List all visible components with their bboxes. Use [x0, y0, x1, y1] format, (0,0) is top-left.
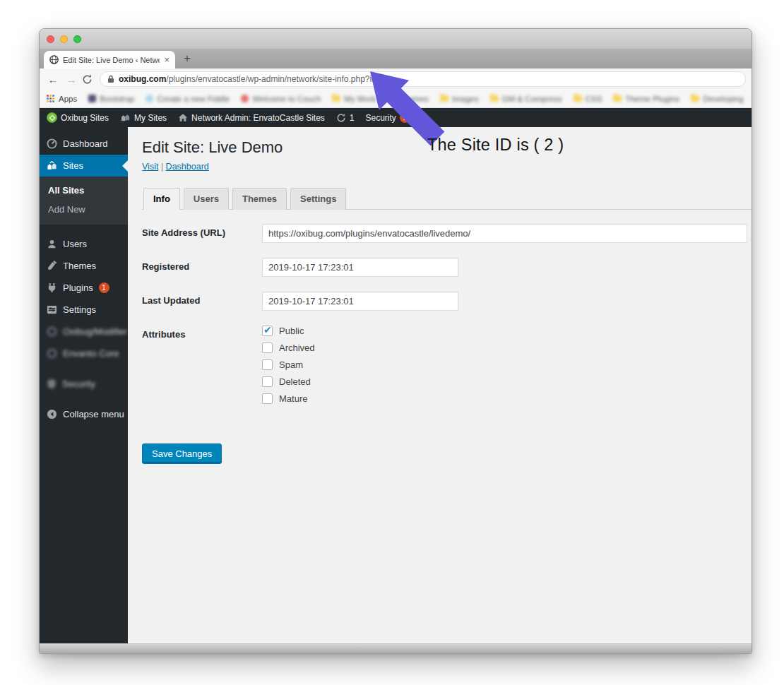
tab-themes[interactable]: Themes — [232, 188, 287, 210]
sidebar-item-users[interactable]: Users — [40, 233, 128, 255]
bookmark-icon — [88, 95, 96, 102]
site-tabs: Info Users Themes Settings — [142, 187, 752, 210]
plugins-badge: 1 — [99, 282, 109, 293]
mature-checkbox[interactable] — [262, 393, 273, 404]
site-address-label: Site Address (URL) — [142, 224, 262, 238]
attribute-option: Deleted — [262, 376, 315, 387]
deleted-checkbox[interactable] — [262, 376, 273, 387]
bookmark-item[interactable]: Developing — [691, 95, 744, 103]
url-host: oxibug.com — [119, 74, 166, 84]
site-info-form: Site Address (URL) Registered Last Updat… — [142, 224, 752, 464]
folder-icon — [691, 95, 699, 102]
site-address-input[interactable] — [262, 224, 747, 243]
title-links: Visit | Dashboard — [142, 162, 752, 172]
sidebar-item-blurred-security[interactable]: Security — [40, 373, 128, 395]
bookmark-item[interactable]: Create a new Fiddle — [145, 95, 230, 103]
admin-bar-updates[interactable]: 1 — [336, 113, 355, 123]
spam-checkbox[interactable] — [262, 359, 273, 370]
sites-icon — [47, 161, 57, 170]
sites-submenu: All Sites Add New — [40, 177, 128, 225]
tab-close-icon[interactable]: × — [164, 54, 170, 65]
sidebar-item-dashboard[interactable]: Dashboard — [40, 133, 128, 155]
sidebar-item-plugins[interactable]: Plugins 1 — [40, 277, 128, 299]
url-path: /plugins/envatocastle/wp-admin/network/s… — [166, 74, 386, 84]
admin-bar-network-admin[interactable]: Network Admin: EnvatoCastle Sites — [178, 113, 325, 123]
bookmark-icon — [241, 95, 249, 102]
bookmark-item[interactable]: CSS — [574, 95, 602, 103]
last-updated-input[interactable] — [262, 292, 458, 311]
attribute-option: Mature — [262, 393, 315, 404]
visit-link[interactable]: Visit — [142, 162, 158, 172]
attribute-option: Spam — [262, 359, 315, 370]
sidebar-item-collapse-menu[interactable]: Collapse menu — [40, 403, 128, 425]
edit-site-page: Edit Site: Live Demo Visit | Dashboard I… — [128, 127, 752, 643]
archived-checkbox[interactable] — [262, 342, 273, 353]
public-checkbox[interactable] — [262, 326, 273, 336]
tab-strip: Edit Site: Live Demo ‹ Network A × + — [40, 49, 752, 68]
my-sites-icon — [120, 113, 131, 122]
tab-users[interactable]: Users — [184, 188, 229, 210]
attribute-option: Public — [262, 326, 315, 336]
tab-info[interactable]: Info — [143, 188, 180, 210]
bookmark-item[interactable]: Welcome to Couch — [241, 95, 321, 103]
sidebar-item-blurred-2[interactable]: Envanto Core — [40, 342, 128, 364]
attributes-label: Attributes — [142, 326, 262, 340]
sidebar-item-themes[interactable]: Themes — [40, 255, 128, 277]
plugin-circle-icon — [47, 348, 57, 359]
registered-input[interactable] — [262, 258, 458, 277]
plugin-circle-icon — [47, 326, 57, 337]
zoom-window-button[interactable] — [73, 35, 81, 43]
submenu-item-all-sites[interactable]: All Sites — [40, 181, 128, 200]
save-changes-button[interactable]: Save Changes — [142, 443, 222, 464]
bookmark-icon — [145, 95, 153, 102]
themes-icon — [47, 261, 57, 271]
bookmark-item[interactable]: Theme Plugins — [613, 95, 679, 103]
sidebar-item-settings[interactable]: Settings — [40, 299, 128, 321]
new-tab-button[interactable]: + — [184, 52, 191, 66]
reload-icon[interactable] — [82, 74, 93, 85]
forward-icon[interactable]: → — [64, 73, 79, 85]
folder-icon — [332, 95, 340, 102]
browser-tab[interactable]: Edit Site: Live Demo ‹ Network A × — [44, 51, 175, 68]
registered-label: Registered — [142, 258, 262, 272]
settings-icon — [47, 304, 57, 315]
globe-favicon-icon — [49, 55, 59, 64]
sidebar-item-sites[interactable]: Sites — [40, 155, 128, 177]
apps-shortcut[interactable]: Apps — [47, 95, 77, 103]
attributes-options: Public Archived Spam Deleted — [262, 326, 315, 410]
annotation-text: The Site ID is ( 2 ) — [427, 136, 564, 155]
admin-bar-my-sites[interactable]: My Sites — [120, 113, 167, 123]
dashboard-icon — [47, 138, 57, 149]
dashboard-link[interactable]: Dashboard — [166, 162, 209, 172]
users-icon — [47, 239, 57, 249]
tab-title: Edit Site: Live Demo ‹ Network A — [63, 56, 160, 64]
submenu-item-add-new[interactable]: Add New — [40, 200, 128, 219]
link-separator: | — [161, 162, 163, 172]
close-window-button[interactable] — [47, 35, 54, 43]
site-logo-icon — [47, 112, 57, 123]
bookmark-item[interactable]: Bootstrap — [88, 95, 134, 103]
window-titlebar[interactable] — [40, 29, 752, 49]
attribute-option: Archived — [262, 342, 315, 353]
folder-icon — [490, 95, 499, 102]
plugins-icon — [47, 282, 57, 293]
apps-grid-icon — [47, 95, 54, 102]
apps-label: Apps — [59, 95, 77, 103]
home-icon — [178, 113, 188, 122]
tab-settings[interactable]: Settings — [290, 188, 346, 210]
last-updated-label: Last Updated — [142, 292, 262, 306]
folder-icon — [574, 95, 582, 102]
lock-icon — [107, 75, 114, 83]
sidebar-item-blurred-1[interactable]: Oxibug/Modifier — [40, 321, 128, 342]
back-icon[interactable]: ← — [45, 73, 61, 85]
admin-bar-site[interactable]: Oxibug Sites — [47, 112, 109, 123]
collapse-icon — [47, 409, 57, 419]
shield-icon — [47, 379, 57, 389]
traffic-lights — [47, 35, 81, 43]
url-text: oxibug.com/plugins/envatocastle/wp-admin… — [119, 74, 386, 84]
minimize-window-button[interactable] — [60, 35, 68, 43]
wp-admin-sidebar: Dashboard Sites All Sites Add New Users … — [40, 127, 128, 643]
folder-icon — [613, 95, 622, 102]
bookmark-item[interactable]: GM & Compress — [490, 95, 562, 103]
updates-icon — [336, 113, 346, 123]
